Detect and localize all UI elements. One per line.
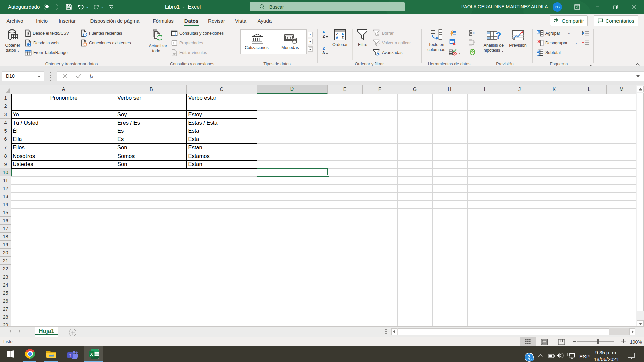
svg-text:X: X	[90, 352, 93, 357]
svg-text:?: ?	[495, 30, 501, 41]
svg-text:Z: Z	[323, 46, 325, 50]
svg-text:T: T	[69, 353, 71, 357]
svg-text:J: J	[472, 52, 473, 54]
svg-text:A: A	[336, 36, 338, 40]
svg-text:Z: Z	[323, 34, 325, 38]
svg-text:Z: Z	[342, 36, 344, 40]
svg-text:A: A	[322, 51, 325, 55]
svg-text:A: A	[322, 30, 325, 34]
